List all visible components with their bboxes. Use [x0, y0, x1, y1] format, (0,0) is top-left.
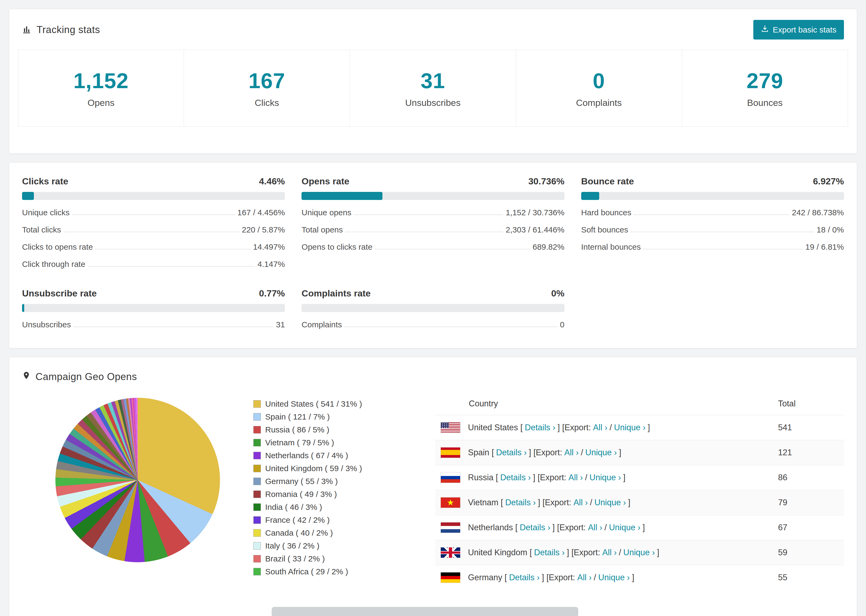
details-link-spain[interactable]: Details ›	[496, 448, 527, 457]
legend-item-russia: Russia ( 86 / 5% )	[254, 425, 431, 434]
export-unique-link-germany[interactable]: Unique ›	[598, 573, 630, 582]
country-cell-united-states: United States [Details ›] [Export:All ›/…	[441, 422, 767, 433]
stat-line-unique-opens: Unique opens1,152 / 30.736%	[301, 208, 564, 217]
stat-label-bounces: Bounces	[747, 97, 783, 108]
details-link-united-states[interactable]: Details ›	[525, 423, 555, 432]
legend-swatch-vietnam	[254, 439, 261, 446]
legend-swatch-india	[254, 503, 261, 511]
stat-line-label-click-through-rate: Click through rate	[22, 259, 85, 269]
export-all-link-united-states[interactable]: All ›	[593, 423, 607, 432]
country-cell-russia: Russia [Details ›] [Export:All ›/Unique …	[441, 472, 767, 483]
dotted-leader	[634, 214, 789, 215]
legend-swatch-united-states	[254, 400, 261, 408]
country-links-germany: Germany [Details ›] [Export:All ›/Unique…	[468, 573, 634, 582]
tracking-stats-card: Tracking stats Export basic stats 1,152O…	[9, 9, 857, 154]
details-link-netherlands[interactable]: Details ›	[520, 523, 550, 533]
dotted-leader	[88, 266, 255, 267]
rate-bar-bounce-rate	[581, 192, 844, 200]
export-all-link-spain[interactable]: All ›	[564, 448, 578, 457]
stat-line-label-unique-opens: Unique opens	[301, 208, 351, 217]
stat-line-value-click-through-rate: 4.147%	[258, 259, 285, 269]
rate-value-complaints-rate: 0%	[551, 288, 565, 299]
stat-line-value-hard-bounces: 242 / 86.738%	[792, 208, 844, 217]
legend-item-italy: Italy ( 36 / 2% )	[254, 541, 431, 550]
export-all-link-netherlands[interactable]: All ›	[588, 523, 602, 533]
stat-line-hard-bounces: Hard bounces242 / 86.738%	[581, 208, 844, 217]
tracking-stats-title: Tracking stats	[22, 24, 100, 36]
details-link-united-kingdom[interactable]: Details ›	[534, 548, 565, 558]
export-unique-link-netherlands[interactable]: Unique ›	[609, 523, 640, 533]
stat-line-value-unsubscribes: 31	[276, 320, 285, 329]
legend-label-brazil: Brazil ( 33 / 2% )	[265, 554, 325, 563]
vn-flag-icon	[441, 497, 460, 508]
country-cell-netherlands: Netherlands [Details ›] [Export:All ›/Un…	[441, 522, 767, 533]
geo-table-header-total: Total	[773, 391, 844, 415]
details-link-russia[interactable]: Details ›	[500, 473, 531, 482]
horizontal-scrollbar[interactable]	[272, 607, 578, 616]
bracket-text: ]	[657, 548, 660, 558]
stat-line-value-unique-opens: 1,152 / 30.736%	[505, 208, 565, 217]
legend-item-united-kingdom: United Kingdom ( 59 / 3% )	[254, 464, 431, 473]
export-all-link-russia[interactable]: All ›	[568, 473, 583, 482]
stat-line-complaints: Complaints0	[301, 320, 564, 329]
stat-line-unsubscribes: Unsubscribes31	[22, 320, 285, 329]
stat-line-internal-bounces: Internal bounces19 / 6.81%	[581, 242, 844, 251]
legend-label-germany: Germany ( 55 / 3% )	[265, 477, 338, 486]
bracket-text: ]	[642, 523, 645, 533]
gb-flag-icon	[441, 547, 460, 558]
country-name-netherlands: Netherlands [	[468, 523, 518, 533]
export-all-link-germany[interactable]: All ›	[577, 573, 591, 582]
export-all-link-vietnam[interactable]: All ›	[573, 498, 587, 508]
stat-box-complaints: 0Complaints	[516, 50, 682, 127]
geo-table-row-netherlands: Netherlands [Details ›] [Export:All ›/Un…	[435, 515, 844, 540]
legend-swatch-netherlands	[254, 452, 261, 459]
legend-label-united-kingdom: United Kingdom ( 59 / 3% )	[265, 464, 362, 473]
legend-swatch-south-africa	[254, 568, 261, 575]
legend-item-netherlands: Netherlands ( 67 / 4% )	[254, 451, 431, 460]
separator-text: /	[594, 573, 596, 582]
rates-card: Clicks rate4.46%Unique clicks167 / 4.456…	[9, 162, 857, 348]
stat-line-value-unique-clicks: 167 / 4.456%	[238, 208, 285, 217]
country-name-united-states: United States [	[468, 423, 523, 432]
stat-line-unique-clicks: Unique clicks167 / 4.456%	[22, 208, 285, 217]
de-flag-icon	[441, 572, 460, 583]
stat-line-value-complaints: 0	[560, 320, 565, 329]
dotted-leader	[345, 327, 557, 327]
country-cell-germany: Germany [Details ›] [Export:All ›/Unique…	[441, 572, 767, 583]
details-link-germany[interactable]: Details ›	[509, 573, 540, 582]
legend-label-russia: Russia ( 86 / 5% )	[265, 425, 329, 434]
country-name-russia: Russia [	[468, 473, 498, 482]
export-unique-link-vietnam[interactable]: Unique ›	[594, 498, 626, 508]
stat-value-complaints: 0	[593, 69, 605, 93]
legend-swatch-united-kingdom	[254, 465, 261, 472]
legend-item-brazil: Brazil ( 33 / 2% )	[254, 554, 431, 563]
bracket-text: ] [Export:	[529, 448, 562, 457]
country-cell-spain: Spain [Details ›] [Export:All ›/Unique ›…	[441, 447, 767, 458]
export-unique-link-russia[interactable]: Unique ›	[589, 473, 621, 482]
export-basic-stats-button[interactable]: Export basic stats	[753, 20, 844, 39]
geo-table-cell-country-russia: Russia [Details ›] [Export:All ›/Unique …	[435, 465, 773, 490]
stat-line-click-through-rate: Click through rate4.147%	[22, 259, 285, 269]
stat-box-bounces: 279Bounces	[682, 50, 848, 127]
dotted-leader	[74, 327, 273, 327]
export-button-label: Export basic stats	[773, 25, 836, 35]
stat-line-label-hard-bounces: Hard bounces	[581, 208, 631, 217]
export-unique-link-spain[interactable]: Unique ›	[585, 448, 617, 457]
geo-table-header-country: Country	[435, 391, 773, 415]
geo-opens-legend: United States ( 541 / 31% )Spain ( 121 /…	[254, 391, 431, 580]
export-unique-link-united-kingdom[interactable]: Unique ›	[624, 548, 655, 558]
export-unique-link-united-states[interactable]: Unique ›	[614, 423, 646, 432]
geo-table-cell-total-united-kingdom: 59	[773, 540, 844, 565]
export-all-link-united-kingdom[interactable]: All ›	[602, 548, 617, 558]
geo-opens-title-text: Campaign Geo Opens	[36, 371, 137, 382]
rate-bar-fill-opens-rate	[301, 192, 382, 200]
stat-line-label-total-clicks: Total clicks	[22, 225, 61, 234]
export-icon	[761, 25, 769, 35]
geo-table-header-row: Country Total	[435, 391, 844, 415]
details-link-vietnam[interactable]: Details ›	[505, 498, 536, 508]
dotted-leader	[631, 232, 814, 232]
rate-value-clicks-rate: 4.46%	[259, 176, 285, 187]
stat-label-clicks: Clicks	[255, 97, 279, 108]
separator-text: /	[609, 423, 612, 432]
stat-line-opens-to-clicks-rate: Opens to clicks rate689.82%	[301, 242, 564, 251]
